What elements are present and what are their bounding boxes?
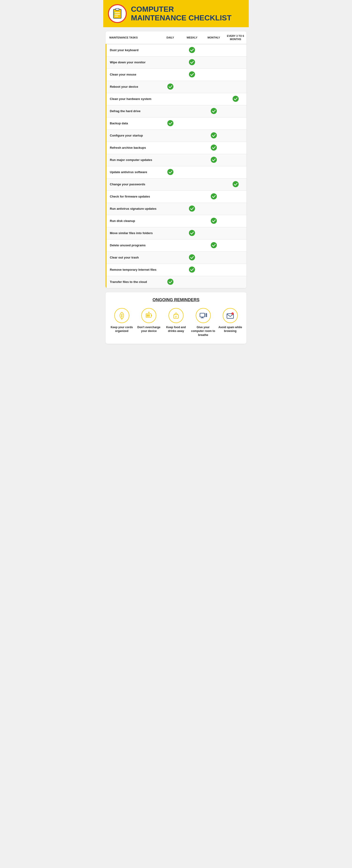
task-label: Check for firmware updates bbox=[106, 190, 159, 203]
every3to6-cell bbox=[225, 105, 246, 117]
daily-cell bbox=[159, 215, 181, 227]
weekly-cell bbox=[181, 68, 203, 81]
weekly-cell bbox=[181, 190, 203, 203]
daily-cell bbox=[159, 93, 181, 105]
svg-point-9 bbox=[189, 71, 195, 78]
check-icon bbox=[189, 254, 195, 260]
table-body: Dust your keyboard Wipe down your monito… bbox=[106, 44, 246, 288]
monthly-cell bbox=[203, 154, 225, 166]
task-label: Run major computer updates bbox=[106, 154, 159, 166]
task-label: Dust your keyboard bbox=[106, 44, 159, 57]
svg-point-13 bbox=[167, 120, 173, 126]
reminder-item: Keep your cords organized bbox=[110, 308, 134, 333]
table-row: Reboot your device bbox=[106, 81, 246, 93]
table-row: Dust your keyboard bbox=[106, 44, 246, 57]
monthly-cell bbox=[203, 276, 225, 288]
header-title: COMPUTER MAINTENANCE CHECKLIST bbox=[131, 5, 231, 22]
maintenance-table-section: MAINTENANCE TASKS DAILY WEEKLY MONTHLY E… bbox=[106, 31, 246, 288]
every3to6-cell bbox=[225, 129, 246, 142]
daily-cell bbox=[159, 105, 181, 117]
svg-point-19 bbox=[211, 193, 217, 199]
monthly-cell bbox=[203, 105, 225, 117]
reminder-label: Avoid spam while browsing bbox=[218, 326, 242, 333]
svg-point-11 bbox=[233, 96, 239, 102]
every3to6-cell bbox=[225, 239, 246, 251]
svg-text:!: ! bbox=[232, 313, 233, 315]
reminder-label: Don't overcharge your device bbox=[137, 326, 161, 333]
daily-cell bbox=[159, 129, 181, 142]
daily-cell bbox=[159, 190, 181, 203]
svg-point-8 bbox=[189, 59, 195, 65]
task-label: Configure your startup bbox=[106, 129, 159, 142]
table-row: Transfer files to the cloud bbox=[106, 276, 246, 288]
daily-cell bbox=[159, 203, 181, 215]
svg-rect-33 bbox=[148, 314, 149, 317]
table-row: Remove temporary Internet files bbox=[106, 264, 246, 276]
monthly-cell bbox=[203, 142, 225, 154]
weekly-cell bbox=[181, 56, 203, 68]
check-icon bbox=[189, 266, 195, 273]
check-icon bbox=[189, 47, 195, 53]
every3to6-cell bbox=[225, 203, 246, 215]
svg-point-28 bbox=[121, 318, 122, 319]
table-row: Run antivirus signature updates bbox=[106, 203, 246, 215]
check-icon bbox=[210, 217, 217, 224]
svg-point-12 bbox=[211, 108, 217, 114]
monthly-cell bbox=[203, 190, 225, 203]
monthly-cell bbox=[203, 215, 225, 227]
svg-point-7 bbox=[189, 47, 195, 53]
task-label: Refresh archive backups bbox=[106, 142, 159, 154]
task-label: Transfer files to the cloud bbox=[106, 276, 159, 288]
daily-cell bbox=[159, 44, 181, 57]
svg-rect-4 bbox=[115, 16, 118, 17]
table-row: Check for firmware updates bbox=[106, 190, 246, 203]
check-icon bbox=[189, 59, 195, 65]
daily-cell bbox=[159, 166, 181, 178]
task-label: Backup data bbox=[106, 117, 159, 129]
table-row: Backup data bbox=[106, 117, 246, 129]
check-icon bbox=[232, 95, 239, 102]
task-label: Clean your mouse bbox=[106, 68, 159, 81]
weekly-cell bbox=[181, 154, 203, 166]
task-label: Update antivirus software bbox=[106, 166, 159, 178]
reminder-item: Don't overcharge your device bbox=[137, 308, 161, 333]
every3to6-cell bbox=[225, 154, 246, 166]
table-row: Refresh archive backups bbox=[106, 142, 246, 154]
table-row: Run disk cleanup bbox=[106, 215, 246, 227]
monthly-cell bbox=[203, 166, 225, 178]
check-icon bbox=[210, 132, 217, 138]
weekly-cell bbox=[181, 44, 203, 57]
svg-point-24 bbox=[189, 254, 195, 260]
svg-point-23 bbox=[211, 242, 217, 248]
task-label: Run disk cleanup bbox=[106, 215, 159, 227]
svg-point-10 bbox=[167, 84, 173, 90]
daily-cell bbox=[159, 154, 181, 166]
reminder-icon-cords bbox=[114, 308, 129, 323]
svg-rect-31 bbox=[151, 315, 152, 316]
clipboard-icon bbox=[112, 8, 123, 19]
monthly-cell bbox=[203, 203, 225, 215]
monthly-cell bbox=[203, 264, 225, 276]
weekly-cell bbox=[181, 129, 203, 142]
table-row: Change your passwords bbox=[106, 178, 246, 190]
check-icon bbox=[189, 71, 195, 78]
task-label: Clean your hardware system bbox=[106, 93, 159, 105]
daily-cell bbox=[159, 264, 181, 276]
check-icon bbox=[210, 108, 217, 114]
svg-point-26 bbox=[167, 279, 173, 285]
every3to6-cell bbox=[225, 276, 246, 288]
table-row: Move similar files into folders bbox=[106, 227, 246, 239]
check-icon bbox=[189, 230, 195, 236]
task-label: Run antivirus signature updates bbox=[106, 203, 159, 215]
table-row: Clean your hardware system bbox=[106, 93, 246, 105]
monthly-cell bbox=[203, 239, 225, 251]
check-icon bbox=[167, 120, 174, 126]
col-header-tasks: MAINTENANCE TASKS bbox=[106, 31, 159, 44]
table-row: Configure your startup bbox=[106, 129, 246, 142]
monthly-cell bbox=[203, 227, 225, 239]
reminder-label: Keep food and drinks away bbox=[164, 326, 188, 333]
task-label: Delete unused programs bbox=[106, 239, 159, 251]
every3to6-cell bbox=[225, 68, 246, 81]
table-row: Clear out your trash bbox=[106, 251, 246, 264]
monthly-cell bbox=[203, 117, 225, 129]
